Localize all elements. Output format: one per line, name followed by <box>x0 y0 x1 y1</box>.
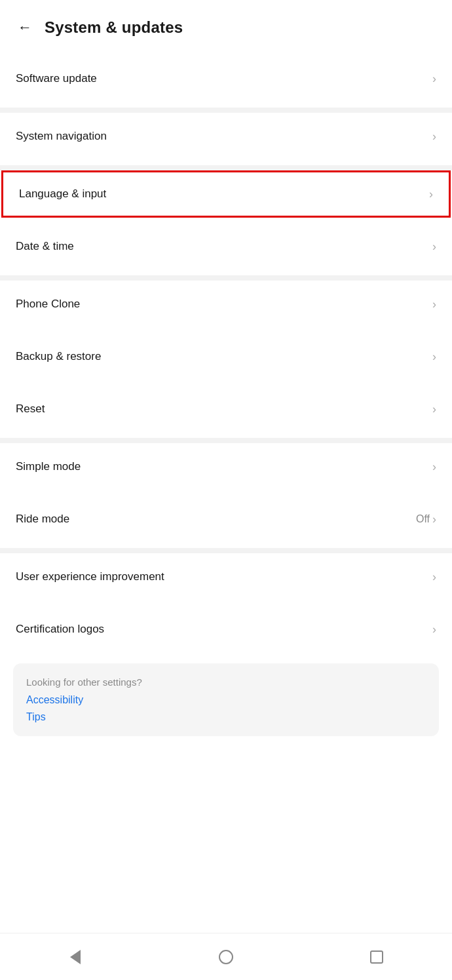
settings-item-system-navigation[interactable]: System navigation › <box>0 113 452 160</box>
chevron-icon-simple-mode: › <box>432 461 436 473</box>
navigation-bar <box>0 933 452 980</box>
chevron-icon-software-update: › <box>432 73 436 85</box>
item-right-user-experience: › <box>432 571 436 583</box>
nav-recents-icon <box>370 951 383 964</box>
chevron-icon-backup-restore: › <box>432 351 436 363</box>
group-reset: Reset › <box>0 385 452 433</box>
settings-item-backup-restore[interactable]: Backup & restore › <box>0 333 452 380</box>
chevron-icon-phone-clone: › <box>432 298 436 310</box>
suggestions-card: Looking for other settings? Accessibilit… <box>13 663 439 736</box>
item-right-date-time: › <box>432 241 436 252</box>
item-right-system-navigation: › <box>432 130 436 142</box>
accessibility-link[interactable]: Accessibility <box>26 694 426 706</box>
divider-5 <box>0 548 452 553</box>
group-software: Software update › <box>0 55 452 102</box>
settings-item-reset[interactable]: Reset › <box>0 385 452 433</box>
settings-item-ride-mode[interactable]: Ride mode Off › <box>0 496 452 543</box>
settings-item-software-update[interactable]: Software update › <box>0 55 452 102</box>
divider-3 <box>0 275 452 281</box>
group-ride-mode: Ride mode Off › <box>0 496 452 543</box>
header: ← System & updates <box>0 0 452 55</box>
chevron-icon-ride-mode: › <box>432 513 436 525</box>
divider-4 <box>0 438 452 443</box>
back-arrow-icon: ← <box>18 19 32 36</box>
group-user-experience: User experience improvement › <box>0 553 452 600</box>
settings-item-simple-mode[interactable]: Simple mode › <box>0 443 452 490</box>
divider-1 <box>0 108 452 113</box>
group-phone-clone: Phone Clone › <box>0 281 452 328</box>
item-right-simple-mode: › <box>432 461 436 473</box>
group-simple-mode: Simple mode › <box>0 443 452 490</box>
chevron-icon-language-input: › <box>429 188 433 200</box>
divider-2 <box>0 165 452 170</box>
item-label-reset: Reset <box>16 402 45 416</box>
settings-item-language-input[interactable]: Language & input › <box>1 170 451 218</box>
item-label-ride-mode: Ride mode <box>16 513 69 526</box>
chevron-icon-user-experience: › <box>432 571 436 583</box>
item-label-phone-clone: Phone Clone <box>16 298 80 311</box>
item-label-backup-restore: Backup & restore <box>16 350 101 363</box>
page-title: System & updates <box>45 18 183 37</box>
group-backup: Backup & restore › <box>0 333 452 380</box>
chevron-icon-system-navigation: › <box>432 130 436 142</box>
item-right-backup-restore: › <box>432 351 436 363</box>
settings-item-date-time[interactable]: Date & time › <box>0 223 452 270</box>
item-right-phone-clone: › <box>432 298 436 310</box>
item-label-certification-logos: Certification logos <box>16 623 104 636</box>
settings-item-certification-logos[interactable]: Certification logos › <box>0 606 452 653</box>
item-right-reset: › <box>432 403 436 415</box>
settings-item-user-experience[interactable]: User experience improvement › <box>0 553 452 600</box>
chevron-icon-date-time: › <box>432 241 436 252</box>
item-label-date-time: Date & time <box>16 240 74 253</box>
item-label-simple-mode: Simple mode <box>16 460 81 473</box>
nav-home-button[interactable] <box>210 941 242 973</box>
item-label-user-experience: User experience improvement <box>16 570 164 583</box>
group-datetime: Date & time › <box>0 223 452 270</box>
chevron-icon-certification-logos: › <box>432 623 436 635</box>
group-navigation: System navigation › <box>0 113 452 160</box>
nav-back-button[interactable] <box>60 941 91 973</box>
item-right-ride-mode: Off › <box>416 513 436 525</box>
item-right-software-update: › <box>432 73 436 85</box>
group-certification: Certification logos › <box>0 606 452 653</box>
nav-recents-button[interactable] <box>361 941 392 973</box>
back-button[interactable]: ← <box>10 13 39 42</box>
settings-list: Software update › System navigation › La… <box>0 55 452 933</box>
tips-link[interactable]: Tips <box>26 711 426 723</box>
item-right-language-input: › <box>429 188 433 200</box>
suggestions-title: Looking for other settings? <box>26 676 426 688</box>
nav-home-icon <box>219 950 233 964</box>
chevron-icon-reset: › <box>432 403 436 415</box>
nav-back-icon <box>70 950 81 964</box>
item-label-system-navigation: System navigation <box>16 130 107 143</box>
group-language: Language & input › <box>0 170 452 218</box>
item-right-certification-logos: › <box>432 623 436 635</box>
item-value-ride-mode: Off <box>416 513 430 525</box>
item-label-language-input: Language & input <box>19 187 106 201</box>
item-label-software-update: Software update <box>16 72 97 85</box>
settings-item-phone-clone[interactable]: Phone Clone › <box>0 281 452 328</box>
